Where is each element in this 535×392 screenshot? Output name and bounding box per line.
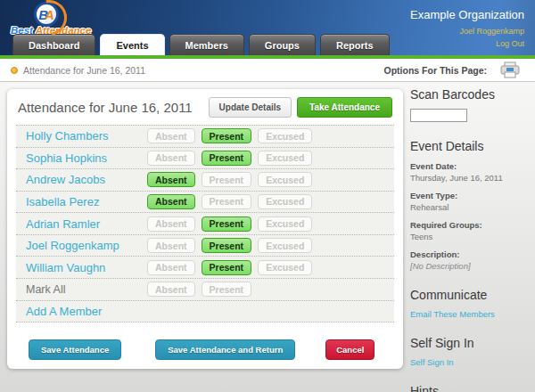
tab-reports[interactable]: Reports: [320, 34, 390, 55]
status-buttons: AbsentPresentExcused: [147, 128, 312, 143]
status-buttons: AbsentPresentExcused: [147, 238, 312, 253]
status-excused-button[interactable]: Excused: [258, 151, 312, 166]
event-date-label: Event Date:: [410, 161, 531, 171]
status-excused-button[interactable]: Excused: [258, 238, 312, 253]
attendance-row: Holly ChambersAbsentPresentExcused: [16, 126, 394, 148]
required-groups-label: Required Groups:: [410, 220, 531, 230]
attendance-row: Add A Member: [16, 301, 394, 323]
event-type-value: Rehearsal: [410, 202, 531, 212]
attendance-row: Sophia HopkinsAbsentPresentExcused: [16, 148, 394, 170]
status-present-button[interactable]: Present: [202, 194, 252, 209]
cancel-button[interactable]: Cancel: [325, 339, 374, 360]
status-excused-button[interactable]: Excused: [258, 128, 312, 143]
action-buttons: Save Attendance Save Attendance and Retu…: [29, 339, 374, 360]
status-present-button[interactable]: Present: [202, 216, 252, 232]
logo-letter-b: B: [38, 7, 48, 22]
org-block: Example Organization Joel Roggenkamp Log…: [410, 8, 524, 50]
status-excused-button[interactable]: Excused: [258, 216, 312, 232]
status-present-button[interactable]: Present: [202, 151, 252, 166]
org-name: Example Organization: [410, 8, 524, 21]
take-attendance-button[interactable]: Take Attendance: [297, 97, 392, 118]
logo-badge-icon: B A: [34, 2, 59, 27]
status-absent-button[interactable]: Absent: [147, 194, 195, 209]
event-date-value: Thursday, June 16, 2011: [410, 173, 531, 183]
self-sign-in-title: Self Sign In: [410, 336, 531, 350]
member-name-link[interactable]: Adrian Ramler: [26, 217, 147, 231]
page-title: Attendance for June 16, 2011: [18, 100, 209, 115]
event-details-title: Event Details: [410, 139, 531, 153]
communicate-title: Communicate: [410, 288, 531, 302]
status-present-button[interactable]: Present: [202, 128, 252, 143]
attendance-row: Isabella PerezAbsentPresentExcused: [16, 192, 394, 214]
status-excused-button[interactable]: Excused: [258, 260, 312, 275]
status-absent-button[interactable]: Absent: [147, 216, 195, 232]
attendance-row: Joel RoggenkampAbsentPresentExcused: [16, 235, 394, 257]
description-value: [No Description]: [410, 261, 531, 271]
status-excused-button[interactable]: Excused: [258, 194, 312, 209]
email-these-members-link[interactable]: Email These Members: [410, 309, 531, 319]
attendance-row: Adrian RamlerAbsentPresentExcused: [16, 213, 394, 235]
status-buttons: AbsentPresentExcused: [147, 216, 312, 232]
scan-barcodes-title: Scan Barcodes: [410, 87, 531, 102]
update-details-button[interactable]: Update Details: [209, 97, 292, 118]
status-buttons: AbsentPresentExcused: [147, 194, 312, 209]
logo-letter-a: A: [45, 7, 54, 22]
breadcrumb-dot-icon: [11, 67, 18, 74]
mark-all-label: Mark All: [26, 283, 147, 296]
sidebar: Scan Barcodes Event Details Event Date: …: [410, 87, 531, 392]
status-absent-button[interactable]: Absent: [147, 151, 195, 166]
tab-events[interactable]: Events: [100, 34, 164, 55]
member-name-link[interactable]: Holly Chambers: [26, 129, 147, 143]
attendance-list: Holly ChambersAbsentPresentExcusedSophia…: [16, 125, 394, 323]
tab-members[interactable]: Members: [169, 34, 244, 55]
status-buttons: AbsentPresentExcused: [147, 151, 312, 166]
status-absent-button[interactable]: Absent: [147, 128, 195, 143]
member-name-link[interactable]: Joel Roggenkamp: [26, 239, 147, 252]
user-name-link[interactable]: Joel Roggenkamp: [410, 26, 524, 38]
status-present-button[interactable]: Present: [202, 282, 252, 297]
main-nav-tabs: Dashboard Events Members Groups Reports: [12, 34, 390, 55]
member-name-link[interactable]: Sophia Hopkins: [26, 151, 147, 165]
save-attendance-button[interactable]: Save Attendance: [29, 339, 121, 360]
member-name-link[interactable]: Isabella Perez: [26, 195, 147, 208]
status-present-button[interactable]: Present: [202, 238, 252, 253]
options-for-page-label: Options For This Page:: [383, 65, 487, 76]
hints-title: Hints: [410, 384, 531, 392]
attendance-row: William VaughnAbsentPresentExcused: [16, 257, 394, 279]
status-buttons: AbsentPresentExcused: [147, 260, 312, 275]
breadcrumb: Attendance for June 16, 2011: [23, 65, 145, 76]
save-attendance-return-button[interactable]: Save Attendance and Return: [155, 339, 295, 360]
status-buttons: AbsentPresent: [147, 282, 251, 297]
attendance-panel: Attendance for June 16, 2011 Update Deta…: [7, 89, 403, 369]
page-content: Attendance for June 16, 2011 Update Deta…: [0, 82, 535, 391]
panel-header: Attendance for June 16, 2011 Update Deta…: [7, 89, 403, 125]
member-name-link[interactable]: William Vaughn: [26, 261, 147, 274]
status-absent-button[interactable]: Absent: [147, 172, 195, 187]
description-label: Description:: [410, 249, 531, 259]
required-groups-value: Teens: [410, 232, 531, 241]
barcode-input[interactable]: [410, 109, 467, 122]
status-present-button[interactable]: Present: [202, 260, 252, 275]
tab-groups[interactable]: Groups: [249, 34, 316, 55]
status-excused-button[interactable]: Excused: [258, 172, 312, 187]
status-absent-button[interactable]: Absent: [147, 282, 195, 297]
event-type-label: Event Type:: [410, 191, 531, 200]
attendance-row: Andrew JacobsAbsentPresentExcused: [16, 169, 394, 192]
member-name-link[interactable]: Andrew Jacobs: [26, 173, 147, 186]
log-out-link[interactable]: Log Out: [410, 38, 524, 51]
app-header: B A Best Attendance Example Organization…: [0, 0, 535, 55]
attendance-row: Mark AllAbsentPresent: [16, 279, 394, 301]
status-buttons: AbsentPresentExcused: [147, 172, 312, 187]
self-sign-in-link[interactable]: Self Sign In: [410, 357, 531, 367]
tab-dashboard[interactable]: Dashboard: [12, 34, 95, 55]
best-attendance-logo[interactable]: B A Best Attendance: [11, 2, 118, 36]
printer-icon[interactable]: [499, 61, 521, 78]
add-member-link[interactable]: Add A Member: [26, 305, 147, 318]
status-present-button[interactable]: Present: [202, 172, 252, 187]
breadcrumb-bar: Attendance for June 16, 2011 Options For…: [0, 59, 535, 82]
status-absent-button[interactable]: Absent: [147, 238, 195, 253]
status-absent-button[interactable]: Absent: [147, 260, 195, 275]
